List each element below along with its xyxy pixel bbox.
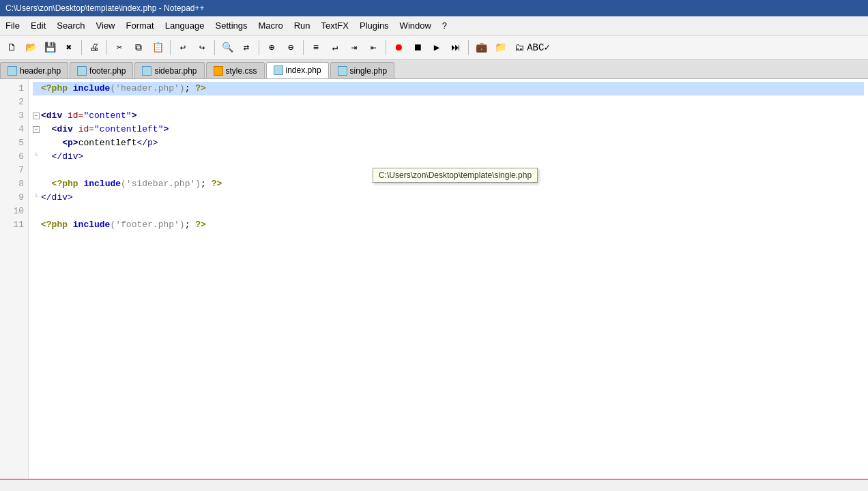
tab-index[interactable]: index.php — [266, 62, 329, 78]
title-text: C:\Users\zon\Desktop\template\index.php … — [5, 3, 205, 13]
outdent-button[interactable]: ⇤ — [364, 39, 382, 57]
fold-btn-4[interactable]: − — [33, 126, 40, 133]
find-button[interactable]: 🔍 — [218, 39, 236, 57]
code-str-11: ('footer.php') — [110, 218, 184, 232]
code-php-close-8: ?> — [212, 177, 222, 191]
code-line-11: <?php include('footer.php'); ?> — [33, 218, 864, 232]
line-num-6: 6 — [4, 150, 24, 164]
zoom-in-button[interactable]: ⊕ — [263, 39, 280, 57]
line-num-1: 1 — [4, 82, 24, 95]
code-tag-3b: > — [132, 109, 137, 123]
menu-view[interactable]: View — [91, 16, 121, 35]
save-button[interactable]: 💾 — [41, 39, 59, 57]
code-semi-1: ; — [185, 82, 196, 95]
stop-button[interactable]: ⏹ — [409, 39, 426, 57]
tab-icon-footer — [77, 66, 87, 76]
fold-btn-3[interactable]: − — [33, 113, 40, 119]
undo-button[interactable]: ↩ — [174, 39, 192, 57]
tab-label-index: index.php — [286, 65, 321, 75]
new-button[interactable]: 🗋 — [3, 39, 20, 57]
indent-button[interactable]: ⇥ — [345, 39, 363, 57]
code-kw-8: include — [83, 177, 121, 191]
code-indent-8 — [41, 177, 52, 191]
code-str-8: ('sidebar.php') — [121, 177, 201, 191]
menu-help[interactable]: ? — [437, 16, 452, 35]
code-kw-11: include — [73, 218, 111, 232]
toolbar-sep-2 — [106, 40, 107, 55]
menu-format[interactable]: Format — [121, 16, 160, 35]
code-line-5: <p>contentleft</p> — [33, 136, 864, 150]
code-line-2 — [33, 95, 864, 109]
replace-button[interactable]: ⇄ — [237, 39, 255, 57]
spellcheck-button[interactable]: ABC✓ — [530, 39, 547, 57]
toolbar-sep-4 — [214, 40, 215, 55]
line-num-7: 7 — [4, 164, 24, 177]
tab-footer[interactable]: footer.php — [70, 62, 133, 78]
code-semi-8: ; — [201, 177, 212, 191]
menu-search[interactable]: Search — [51, 16, 90, 35]
menu-plugins[interactable]: Plugins — [354, 16, 394, 35]
tab-label-single: single.php — [350, 66, 388, 76]
code-editor[interactable]: <?php include('header.php'); ?> − <div i… — [29, 79, 868, 479]
record-button[interactable]: ⏺ — [390, 39, 407, 57]
line-num-2: 2 — [4, 95, 24, 109]
code-closetag-9: </div> — [41, 191, 73, 205]
tab-style[interactable]: style.css — [206, 62, 265, 78]
code-indent-4 — [41, 123, 52, 136]
menu-edit[interactable]: Edit — [25, 16, 51, 35]
code-tag-4a: <div — [52, 123, 78, 136]
close-button[interactable]: ✖ — [60, 39, 78, 57]
tab-icon-single — [338, 66, 347, 76]
fold-end-6[interactable]: └ — [33, 153, 40, 160]
menu-run[interactable]: Run — [289, 16, 316, 35]
tab-label-sidebar: sidebar.php — [154, 66, 197, 76]
menu-file[interactable]: File — [0, 16, 25, 35]
tab-icon-index — [274, 65, 283, 75]
tab-icon-header — [8, 66, 17, 76]
close-session-button[interactable]: 🗂 — [510, 39, 528, 57]
tab-single[interactable]: single.php — [330, 62, 395, 78]
menu-settings[interactable]: Settings — [210, 16, 253, 35]
play-button[interactable]: ▶ — [428, 39, 446, 57]
code-php-open-11: <?php — [41, 218, 73, 232]
code-attr-4: id= — [78, 123, 94, 136]
wrap-button[interactable]: ↵ — [326, 39, 344, 57]
line-num-11: 11 — [4, 218, 24, 232]
code-attr-3: id= — [68, 109, 83, 123]
code-line-10 — [33, 205, 864, 218]
tab-icon-sidebar — [142, 66, 151, 76]
open-session-button[interactable]: 📁 — [491, 39, 509, 57]
fold-end-9[interactable]: └ — [33, 194, 40, 201]
tab-label-footer: footer.php — [89, 66, 126, 76]
zoom-out-button[interactable]: ⊖ — [282, 39, 300, 57]
code-indent-6 — [41, 150, 52, 164]
redo-button[interactable]: ↪ — [193, 39, 211, 57]
menu-textfx[interactable]: TextFX — [316, 16, 354, 35]
toolbar-sep-3 — [170, 40, 171, 55]
copy-button[interactable]: ⧉ — [130, 39, 147, 57]
code-semi-11: ; — [185, 218, 196, 232]
save-session-button[interactable]: 💼 — [472, 39, 490, 57]
paste-button[interactable]: 📋 — [149, 39, 167, 57]
menu-window[interactable]: Window — [394, 16, 437, 35]
tab-bar: header.php footer.php sidebar.php style.… — [0, 60, 868, 79]
playall-button[interactable]: ⏭ — [447, 39, 465, 57]
line-num-9: 9 — [4, 191, 24, 205]
tab-icon-style — [214, 66, 223, 76]
tab-header[interactable]: header.php — [0, 62, 68, 78]
line-num-4: 4 — [4, 123, 24, 136]
open-button[interactable]: 📂 — [22, 39, 40, 57]
tab-sidebar[interactable]: sidebar.php — [134, 62, 204, 78]
menu-macro[interactable]: Macro — [253, 16, 289, 35]
code-php-open-8: <?php — [52, 177, 84, 191]
status-bar — [0, 479, 868, 491]
cut-button[interactable]: ✂ — [111, 39, 128, 57]
code-str-1: ('header.php') — [110, 82, 184, 95]
toolbar-sep-8 — [468, 40, 469, 55]
line-num-5: 5 — [4, 136, 24, 150]
menu-language[interactable]: Language — [160, 16, 210, 35]
code-php-close-1: ?> — [195, 82, 206, 95]
print-button[interactable]: 🖨 — [85, 39, 103, 57]
tooltip: C:\Users\zon\Desktop\template\single.php — [373, 168, 538, 183]
sync-scroll-button[interactable]: ≡ — [307, 39, 325, 57]
